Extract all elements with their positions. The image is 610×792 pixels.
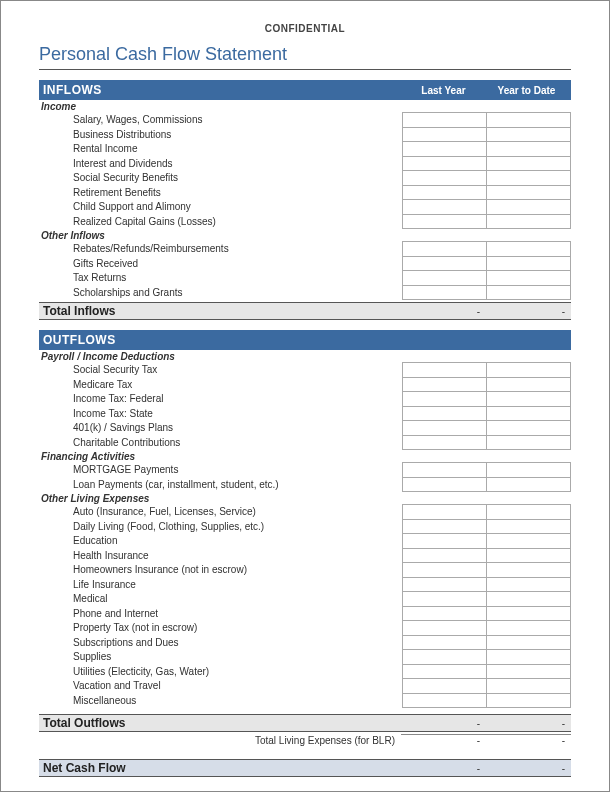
- line-item-year-to-date[interactable]: [486, 112, 571, 128]
- line-item-last-year[interactable]: [402, 562, 487, 578]
- line-item-year-to-date[interactable]: [486, 504, 571, 520]
- line-item-last-year[interactable]: [402, 156, 487, 172]
- line-item-label: Utilities (Electicity, Gas, Water): [39, 665, 403, 680]
- line-item-year-to-date[interactable]: [486, 533, 571, 549]
- net-cash-flow-v2: -: [486, 763, 571, 774]
- line-item-last-year[interactable]: [402, 435, 487, 451]
- line-item-year-to-date[interactable]: [486, 391, 571, 407]
- line-item-row: Utilities (Electicity, Gas, Water): [39, 665, 571, 680]
- line-item-last-year[interactable]: [402, 606, 487, 622]
- line-item-year-to-date[interactable]: [486, 562, 571, 578]
- line-item-label: Education: [39, 534, 403, 549]
- line-item-last-year[interactable]: [402, 241, 487, 257]
- line-item-last-year[interactable]: [402, 664, 487, 680]
- line-item-last-year[interactable]: [402, 170, 487, 186]
- line-item-row: Miscellaneous: [39, 694, 571, 709]
- line-item-last-year[interactable]: [402, 693, 487, 709]
- line-item-last-year[interactable]: [402, 591, 487, 607]
- line-item-last-year[interactable]: [402, 678, 487, 694]
- line-item-year-to-date[interactable]: [486, 693, 571, 709]
- line-item-last-year[interactable]: [402, 406, 487, 422]
- line-item-year-to-date[interactable]: [486, 664, 571, 680]
- line-item-year-to-date[interactable]: [486, 435, 571, 451]
- line-item-label: Loan Payments (car, installment, student…: [39, 478, 403, 493]
- line-item-label: Income Tax: State: [39, 407, 403, 422]
- line-item-last-year[interactable]: [402, 462, 487, 478]
- line-item-label: Homeowners Insurance (not in escrow): [39, 563, 403, 578]
- line-item-year-to-date[interactable]: [486, 406, 571, 422]
- line-item-label: Property Tax (not in escrow): [39, 621, 403, 636]
- line-item-year-to-date[interactable]: [486, 127, 571, 143]
- line-item-last-year[interactable]: [402, 377, 487, 393]
- line-item-label: Medical: [39, 592, 403, 607]
- line-item-last-year[interactable]: [402, 620, 487, 636]
- line-item-last-year[interactable]: [402, 214, 487, 230]
- line-item-last-year[interactable]: [402, 185, 487, 201]
- total-outflows-row: Total Outflows - -: [39, 714, 571, 732]
- line-item-last-year[interactable]: [402, 141, 487, 157]
- line-item-year-to-date[interactable]: [486, 199, 571, 215]
- line-item-year-to-date[interactable]: [486, 606, 571, 622]
- line-item-row: Realized Capital Gains (Losses): [39, 215, 571, 230]
- line-item-last-year[interactable]: [402, 391, 487, 407]
- line-item-year-to-date[interactable]: [486, 256, 571, 272]
- line-item-row: Property Tax (not in escrow): [39, 621, 571, 636]
- line-item-year-to-date[interactable]: [486, 241, 571, 257]
- line-item-year-to-date[interactable]: [486, 548, 571, 564]
- line-item-year-to-date[interactable]: [486, 270, 571, 286]
- line-item-label: Business Distributions: [39, 128, 403, 143]
- line-item-last-year[interactable]: [402, 112, 487, 128]
- line-item-row: Charitable Contributions: [39, 436, 571, 451]
- line-item-row: Medicare Tax: [39, 378, 571, 393]
- line-item-last-year[interactable]: [402, 548, 487, 564]
- line-item-year-to-date[interactable]: [486, 156, 571, 172]
- line-item-last-year[interactable]: [402, 420, 487, 436]
- total-outflows-label: Total Outflows: [39, 716, 401, 730]
- line-item-year-to-date[interactable]: [486, 285, 571, 301]
- line-item-last-year[interactable]: [402, 256, 487, 272]
- line-item-year-to-date[interactable]: [486, 377, 571, 393]
- line-item-row: Auto (Insurance, Fuel, Licenses, Service…: [39, 505, 571, 520]
- line-item-row: 401(k) / Savings Plans: [39, 421, 571, 436]
- line-item-year-to-date[interactable]: [486, 591, 571, 607]
- line-item-row: Tax Returns: [39, 271, 571, 286]
- line-item-row: Scholarships and Grants: [39, 286, 571, 301]
- line-item-last-year[interactable]: [402, 199, 487, 215]
- line-item-year-to-date[interactable]: [486, 214, 571, 230]
- line-item-year-to-date[interactable]: [486, 577, 571, 593]
- line-item-last-year[interactable]: [402, 127, 487, 143]
- line-item-year-to-date[interactable]: [486, 477, 571, 493]
- line-item-label: Income Tax: Federal: [39, 392, 403, 407]
- line-item-label: Realized Capital Gains (Losses): [39, 215, 403, 230]
- line-item-year-to-date[interactable]: [486, 635, 571, 651]
- line-item-last-year[interactable]: [402, 649, 487, 665]
- line-item-year-to-date[interactable]: [486, 185, 571, 201]
- line-item-row: Business Distributions: [39, 128, 571, 143]
- line-item-row: MORTGAGE Payments: [39, 463, 571, 478]
- outflows-header-label: OUTFLOWS: [39, 333, 401, 347]
- line-item-row: Retirement Benefits: [39, 186, 571, 201]
- line-item-last-year[interactable]: [402, 477, 487, 493]
- line-item-last-year[interactable]: [402, 362, 487, 378]
- line-item-last-year[interactable]: [402, 533, 487, 549]
- line-item-last-year[interactable]: [402, 577, 487, 593]
- line-item-year-to-date[interactable]: [486, 362, 571, 378]
- line-item-row: Homeowners Insurance (not in escrow): [39, 563, 571, 578]
- line-item-last-year[interactable]: [402, 504, 487, 520]
- outflows-body: Payroll / Income DeductionsSocial Securi…: [39, 350, 571, 708]
- line-item-year-to-date[interactable]: [486, 519, 571, 535]
- line-item-year-to-date[interactable]: [486, 141, 571, 157]
- line-item-year-to-date[interactable]: [486, 678, 571, 694]
- line-item-year-to-date[interactable]: [486, 620, 571, 636]
- line-item-last-year[interactable]: [402, 519, 487, 535]
- line-item-label: Child Support and Alimony: [39, 200, 403, 215]
- line-item-year-to-date[interactable]: [486, 649, 571, 665]
- line-item-year-to-date[interactable]: [486, 420, 571, 436]
- line-item-last-year[interactable]: [402, 285, 487, 301]
- line-item-row: Education: [39, 534, 571, 549]
- line-item-last-year[interactable]: [402, 270, 487, 286]
- line-item-last-year[interactable]: [402, 635, 487, 651]
- line-item-year-to-date[interactable]: [486, 170, 571, 186]
- line-item-row: Daily Living (Food, Clothing, Supplies, …: [39, 520, 571, 535]
- line-item-year-to-date[interactable]: [486, 462, 571, 478]
